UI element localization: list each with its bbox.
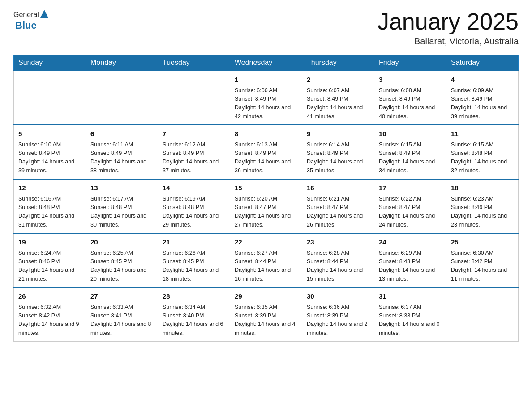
- day-info: Sunrise: 6:27 AM Sunset: 8:44 PM Dayligh…: [235, 249, 297, 284]
- day-info: Sunrise: 6:21 AM Sunset: 8:47 PM Dayligh…: [307, 195, 369, 230]
- day-number: 4: [451, 75, 514, 85]
- page-header: General Blue January 2025 Ballarat, Vict…: [13, 9, 519, 47]
- calendar-cell: 2Sunrise: 6:07 AM Sunset: 8:49 PM Daylig…: [302, 71, 374, 125]
- calendar-day-header: Friday: [374, 55, 446, 71]
- day-info: Sunrise: 6:26 AM Sunset: 8:45 PM Dayligh…: [163, 249, 225, 284]
- calendar-cell: 31Sunrise: 6:37 AM Sunset: 8:38 PM Dayli…: [374, 287, 446, 342]
- day-number: 14: [163, 183, 225, 193]
- calendar-cell: [446, 287, 519, 342]
- calendar-cell: 10Sunrise: 6:15 AM Sunset: 8:49 PM Dayli…: [374, 125, 446, 179]
- day-info: Sunrise: 6:15 AM Sunset: 8:48 PM Dayligh…: [451, 141, 514, 176]
- calendar-cell: 28Sunrise: 6:34 AM Sunset: 8:40 PM Dayli…: [158, 287, 230, 342]
- calendar-table: SundayMondayTuesdayWednesdayThursdayFrid…: [13, 55, 519, 342]
- calendar-week-row: 1Sunrise: 6:06 AM Sunset: 8:49 PM Daylig…: [14, 71, 519, 125]
- day-info: Sunrise: 6:20 AM Sunset: 8:47 PM Dayligh…: [235, 195, 297, 230]
- day-number: 11: [451, 129, 514, 139]
- day-info: Sunrise: 6:37 AM Sunset: 8:38 PM Dayligh…: [379, 303, 442, 338]
- calendar-day-header: Thursday: [302, 55, 374, 71]
- calendar-week-row: 12Sunrise: 6:16 AM Sunset: 8:48 PM Dayli…: [14, 179, 519, 233]
- day-number: 18: [451, 183, 514, 193]
- calendar-cell: [158, 71, 230, 125]
- calendar-day-header: Wednesday: [230, 55, 302, 71]
- day-info: Sunrise: 6:09 AM Sunset: 8:49 PM Dayligh…: [451, 86, 514, 121]
- calendar-day-header: Monday: [86, 55, 158, 71]
- day-number: 29: [235, 291, 297, 302]
- day-info: Sunrise: 6:35 AM Sunset: 8:39 PM Dayligh…: [235, 303, 297, 338]
- calendar-cell: 23Sunrise: 6:28 AM Sunset: 8:44 PM Dayli…: [302, 233, 374, 287]
- day-number: 31: [379, 291, 442, 302]
- day-info: Sunrise: 6:36 AM Sunset: 8:39 PM Dayligh…: [307, 303, 369, 338]
- day-number: 24: [379, 237, 442, 248]
- day-number: 27: [90, 291, 153, 302]
- day-info: Sunrise: 6:11 AM Sunset: 8:49 PM Dayligh…: [90, 141, 153, 176]
- logo-blue-text: Blue: [15, 20, 37, 31]
- calendar-cell: 24Sunrise: 6:29 AM Sunset: 8:43 PM Dayli…: [374, 233, 446, 287]
- calendar-day-header: Saturday: [446, 55, 519, 71]
- calendar-cell: [14, 71, 86, 125]
- day-number: 1: [235, 75, 297, 85]
- calendar-day-header: Sunday: [14, 55, 86, 71]
- day-info: Sunrise: 6:17 AM Sunset: 8:48 PM Dayligh…: [90, 195, 153, 230]
- day-number: 17: [379, 183, 442, 193]
- day-info: Sunrise: 6:06 AM Sunset: 8:49 PM Dayligh…: [235, 86, 297, 121]
- calendar-cell: 14Sunrise: 6:19 AM Sunset: 8:48 PM Dayli…: [158, 179, 230, 233]
- calendar-cell: 16Sunrise: 6:21 AM Sunset: 8:47 PM Dayli…: [302, 179, 374, 233]
- day-info: Sunrise: 6:12 AM Sunset: 8:49 PM Dayligh…: [163, 141, 225, 176]
- calendar-cell: 7Sunrise: 6:12 AM Sunset: 8:49 PM Daylig…: [158, 125, 230, 179]
- calendar-cell: 8Sunrise: 6:13 AM Sunset: 8:49 PM Daylig…: [230, 125, 302, 179]
- day-info: Sunrise: 6:19 AM Sunset: 8:48 PM Dayligh…: [163, 195, 225, 230]
- day-number: 30: [307, 291, 369, 302]
- calendar-week-row: 26Sunrise: 6:32 AM Sunset: 8:42 PM Dayli…: [14, 287, 519, 342]
- day-info: Sunrise: 6:13 AM Sunset: 8:49 PM Dayligh…: [235, 141, 297, 176]
- day-number: 26: [18, 291, 81, 302]
- calendar-cell: 3Sunrise: 6:08 AM Sunset: 8:49 PM Daylig…: [374, 71, 446, 125]
- calendar-cell: 18Sunrise: 6:23 AM Sunset: 8:46 PM Dayli…: [446, 179, 519, 233]
- day-number: 15: [235, 183, 297, 193]
- calendar-cell: 13Sunrise: 6:17 AM Sunset: 8:48 PM Dayli…: [86, 179, 158, 233]
- month-title: January 2025: [378, 9, 519, 34]
- day-info: Sunrise: 6:29 AM Sunset: 8:43 PM Dayligh…: [379, 249, 442, 284]
- calendar-cell: 15Sunrise: 6:20 AM Sunset: 8:47 PM Dayli…: [230, 179, 302, 233]
- day-info: Sunrise: 6:32 AM Sunset: 8:42 PM Dayligh…: [18, 303, 81, 338]
- day-info: Sunrise: 6:16 AM Sunset: 8:48 PM Dayligh…: [18, 195, 81, 230]
- day-info: Sunrise: 6:14 AM Sunset: 8:49 PM Dayligh…: [307, 141, 369, 176]
- day-number: 23: [307, 237, 369, 248]
- calendar-cell: 12Sunrise: 6:16 AM Sunset: 8:48 PM Dayli…: [14, 179, 86, 233]
- day-number: 12: [18, 183, 81, 193]
- calendar-cell: 17Sunrise: 6:22 AM Sunset: 8:47 PM Dayli…: [374, 179, 446, 233]
- calendar-cell: [86, 71, 158, 125]
- calendar-day-header: Tuesday: [158, 55, 230, 71]
- day-number: 19: [18, 237, 81, 248]
- day-info: Sunrise: 6:23 AM Sunset: 8:46 PM Dayligh…: [451, 195, 514, 230]
- day-number: 2: [307, 75, 369, 85]
- calendar-week-row: 5Sunrise: 6:10 AM Sunset: 8:49 PM Daylig…: [14, 125, 519, 179]
- calendar-cell: 20Sunrise: 6:25 AM Sunset: 8:45 PM Dayli…: [86, 233, 158, 287]
- day-info: Sunrise: 6:08 AM Sunset: 8:49 PM Dayligh…: [379, 86, 442, 121]
- calendar-cell: 27Sunrise: 6:33 AM Sunset: 8:41 PM Dayli…: [86, 287, 158, 342]
- day-number: 20: [90, 237, 153, 248]
- day-info: Sunrise: 6:33 AM Sunset: 8:41 PM Dayligh…: [90, 303, 153, 338]
- day-info: Sunrise: 6:15 AM Sunset: 8:49 PM Dayligh…: [379, 141, 442, 176]
- day-number: 10: [379, 129, 442, 139]
- day-number: 16: [307, 183, 369, 193]
- day-info: Sunrise: 6:22 AM Sunset: 8:47 PM Dayligh…: [379, 195, 442, 230]
- calendar-cell: 19Sunrise: 6:24 AM Sunset: 8:46 PM Dayli…: [14, 233, 86, 287]
- calendar-cell: 9Sunrise: 6:14 AM Sunset: 8:49 PM Daylig…: [302, 125, 374, 179]
- day-number: 3: [379, 75, 442, 85]
- calendar-header-row: SundayMondayTuesdayWednesdayThursdayFrid…: [14, 55, 519, 71]
- day-info: Sunrise: 6:30 AM Sunset: 8:42 PM Dayligh…: [451, 249, 514, 284]
- day-number: 8: [235, 129, 297, 139]
- logo-triangle-icon: [39, 9, 49, 19]
- calendar-cell: 30Sunrise: 6:36 AM Sunset: 8:39 PM Dayli…: [302, 287, 374, 342]
- day-number: 7: [163, 129, 225, 139]
- day-number: 21: [163, 237, 225, 248]
- calendar-cell: 1Sunrise: 6:06 AM Sunset: 8:49 PM Daylig…: [230, 71, 302, 125]
- logo: General Blue: [13, 9, 50, 31]
- calendar-cell: 21Sunrise: 6:26 AM Sunset: 8:45 PM Dayli…: [158, 233, 230, 287]
- calendar-cell: 5Sunrise: 6:10 AM Sunset: 8:49 PM Daylig…: [14, 125, 86, 179]
- day-info: Sunrise: 6:07 AM Sunset: 8:49 PM Dayligh…: [307, 86, 369, 121]
- day-info: Sunrise: 6:10 AM Sunset: 8:49 PM Dayligh…: [18, 141, 81, 176]
- day-info: Sunrise: 6:34 AM Sunset: 8:40 PM Dayligh…: [163, 303, 225, 338]
- calendar-cell: 26Sunrise: 6:32 AM Sunset: 8:42 PM Dayli…: [14, 287, 86, 342]
- day-number: 13: [90, 183, 153, 193]
